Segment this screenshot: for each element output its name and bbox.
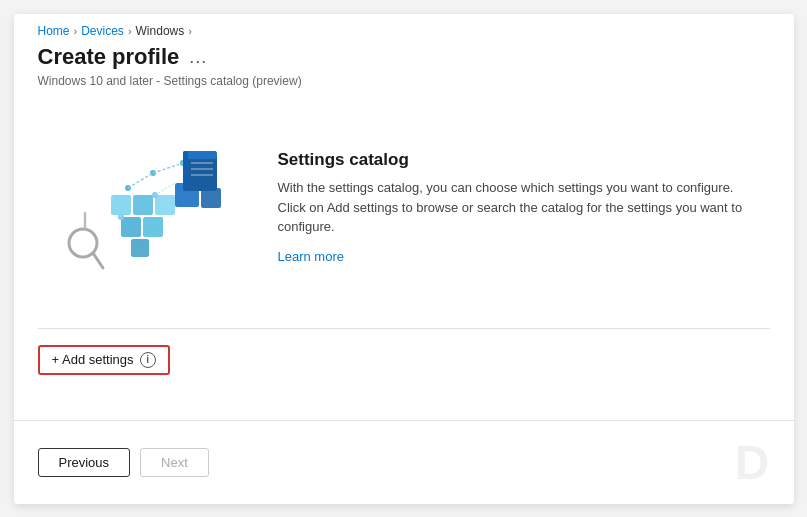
svg-rect-13	[131, 239, 149, 257]
footer: Previous Next D	[14, 420, 794, 504]
info-icon: i	[140, 352, 156, 368]
breadcrumb-home[interactable]: Home	[38, 24, 70, 38]
catalog-illustration-svg	[53, 133, 243, 283]
svg-line-7	[153, 163, 183, 173]
watermark: D	[735, 435, 770, 490]
breadcrumb-sep-2: ›	[128, 25, 132, 37]
page-subtitle: Windows 10 and later - Settings catalog …	[38, 74, 770, 88]
svg-rect-11	[121, 217, 141, 237]
breadcrumb-sep-1: ›	[74, 25, 78, 37]
breadcrumb: Home › Devices › Windows ›	[14, 14, 794, 44]
breadcrumb-sep-3: ›	[188, 25, 192, 37]
svg-rect-17	[183, 151, 217, 159]
previous-button[interactable]: Previous	[38, 448, 131, 477]
catalog-description: With the settings catalog, you can choos…	[278, 178, 760, 237]
breadcrumb-devices[interactable]: Devices	[81, 24, 124, 38]
page-title: Create profile	[38, 44, 180, 70]
footer-buttons: Previous Next	[38, 448, 209, 477]
catalog-illustration	[48, 128, 248, 288]
learn-more-link[interactable]: Learn more	[278, 249, 344, 264]
svg-line-25	[155, 183, 175, 195]
svg-rect-12	[143, 217, 163, 237]
svg-line-1	[93, 253, 103, 268]
more-options-icon[interactable]: ...	[189, 47, 207, 68]
svg-rect-10	[155, 195, 175, 215]
svg-rect-18	[183, 151, 188, 191]
add-settings-button[interactable]: + Add settings i	[38, 345, 170, 375]
catalog-title: Settings catalog	[278, 150, 760, 170]
add-settings-label: + Add settings	[52, 352, 134, 367]
catalog-card: Settings catalog With the settings catal…	[38, 108, 770, 308]
catalog-info: Settings catalog With the settings catal…	[278, 150, 760, 265]
next-button[interactable]: Next	[140, 448, 209, 477]
svg-rect-8	[111, 195, 131, 215]
breadcrumb-windows: Windows	[136, 24, 185, 38]
svg-line-6	[128, 173, 153, 188]
svg-rect-9	[133, 195, 153, 215]
section-divider	[38, 328, 770, 329]
content-area: Create profile ... Windows 10 and later …	[14, 44, 794, 420]
main-window: Home › Devices › Windows › Create profil…	[14, 14, 794, 504]
